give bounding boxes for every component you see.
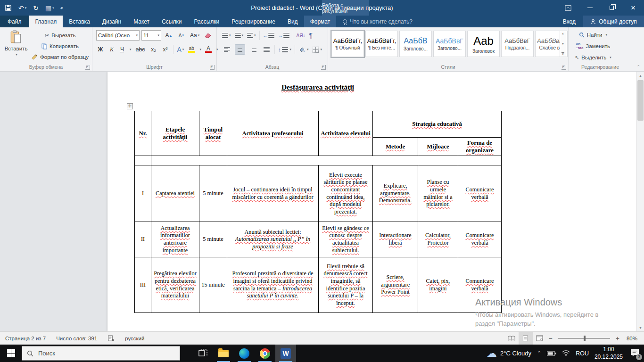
styles-scroll-up-icon[interactable]: ▲ (561, 32, 564, 35)
select-button[interactable]: ↖ Выделить▾ (574, 52, 612, 63)
start-button[interactable] (0, 345, 22, 362)
share-button[interactable]: Общий доступ (583, 16, 644, 27)
redo-icon[interactable]: ↻ (33, 4, 39, 12)
bold-button[interactable]: Ж (96, 44, 105, 55)
replace-button[interactable]: ab⇢ac Заменить (574, 41, 612, 51)
clipboard-dialog-launcher-icon[interactable]: ◢ (85, 65, 90, 70)
highlight-dropdown-arrow[interactable]: ▾ (199, 48, 201, 51)
clock[interactable]: 1:00 20.12.2025 (594, 346, 623, 361)
collapse-ribbon-icon[interactable]: ⌃ (636, 65, 640, 69)
scrollbar-thumb[interactable] (637, 80, 644, 121)
tab-view[interactable]: Вид (281, 16, 304, 27)
highlight-button[interactable]: ab (188, 44, 195, 55)
styles-dialog-launcher-icon[interactable]: ◢ (561, 65, 566, 70)
weather-widget[interactable]: ☁ 2°C Cloudy (487, 348, 531, 359)
cut-button[interactable]: ✂Вырезать (31, 30, 89, 41)
zoom-slider[interactable] (558, 338, 610, 339)
justify-button[interactable] (261, 44, 272, 55)
style-heading2[interactable]: АаБбВвГЗаголово... (433, 31, 466, 57)
style-normal[interactable]: АаБбВвГг,¶ Обычный (331, 31, 364, 57)
lesson-table[interactable]: Nr. Etapele activităţii Timpul alocat Ac… (134, 111, 502, 313)
bullets-button[interactable]: ▾ (222, 30, 231, 41)
notification-center-button[interactable]: 3 (630, 349, 639, 358)
sort-button[interactable]: АЯ↓ (296, 30, 306, 41)
superscript-button[interactable]: x² (161, 44, 170, 55)
multilevel-list-button[interactable]: ▾ (247, 30, 256, 41)
tell-me-box[interactable]: Что вы хотите сделать? (343, 16, 413, 27)
edge-button[interactable] (234, 345, 255, 362)
align-right-button[interactable] (248, 44, 258, 55)
shading-button[interactable]: ▾ (298, 44, 309, 55)
chrome-button[interactable] (255, 345, 275, 362)
save-icon[interactable] (5, 4, 12, 11)
tab-review[interactable]: Рецензирование (225, 16, 281, 27)
copy-button[interactable]: Копировать (31, 41, 89, 51)
align-center-button[interactable] (235, 44, 245, 55)
minimize-button[interactable] (579, 0, 601, 16)
print-layout-icon[interactable] (519, 332, 533, 345)
style-title[interactable]: AabЗаголовок (467, 31, 500, 57)
tab-layout[interactable]: Макет (127, 16, 156, 27)
numbering-button[interactable]: ▾ (234, 30, 244, 41)
strikethrough-button[interactable]: abc (135, 44, 146, 55)
proofing-status-icon[interactable] (102, 335, 120, 342)
paragraph-dialog-launcher-icon[interactable]: ◢ (321, 65, 326, 70)
zoom-level[interactable]: 80% (621, 336, 644, 341)
align-left-button[interactable] (222, 44, 232, 55)
tab-file[interactable]: Файл (0, 16, 29, 27)
paste-button[interactable]: Вставить ▾ (3, 30, 29, 61)
italic-button[interactable]: К (108, 44, 116, 55)
underline-button[interactable]: Ч (119, 44, 125, 55)
customize-qat-icon[interactable]: ▾̶ (61, 6, 63, 10)
show-marks-button[interactable]: ¶ (308, 30, 313, 41)
scroll-up-icon[interactable]: ▲ (636, 72, 644, 79)
language-indicator[interactable]: русский (120, 336, 149, 341)
undo-icon[interactable]: ↶▾ (18, 4, 26, 12)
style-subtitle[interactable]: АаБбВвГПодзагол... (501, 31, 534, 57)
change-case-button[interactable]: Aa▾ (189, 30, 201, 41)
task-view-button[interactable] (192, 345, 213, 362)
restore-button[interactable] (601, 0, 622, 16)
styles-gallery-expand-icon[interactable]: ▼ (561, 52, 564, 56)
tab-mailings[interactable]: Рассылки (188, 16, 225, 27)
find-button[interactable]: Найти▾ (574, 30, 612, 40)
taskbar-search-input[interactable]: Поиск (22, 346, 180, 361)
ribbon-display-options-icon[interactable] (557, 0, 579, 16)
wifi-icon[interactable] (562, 350, 570, 356)
hidden-icons-chevron[interactable]: ⌃ (537, 350, 541, 356)
tab-insert[interactable]: Вставка (63, 16, 96, 27)
zoom-in-button[interactable]: + (614, 335, 621, 342)
format-painter-button[interactable]: Формат по образцу (31, 52, 89, 62)
keyboard-language[interactable]: ROU (576, 350, 589, 357)
read-mode-icon[interactable] (504, 332, 519, 345)
zoom-out-button[interactable]: − (547, 335, 554, 342)
table-move-handle-icon[interactable]: ✛ (127, 103, 133, 109)
tab-format[interactable]: Формат (304, 16, 337, 27)
tab-home[interactable]: Главная (29, 16, 63, 27)
sign-in-button[interactable]: Вход (555, 18, 583, 25)
table-borders-icon[interactable]: ▦▾ (45, 4, 54, 12)
shrink-font-button[interactable]: А▼ (176, 30, 187, 41)
close-button[interactable]: × (622, 0, 644, 16)
font-family-select[interactable]: Calibri (Осно▾ (96, 30, 140, 41)
style-heading1[interactable]: АаБбВЗаголово... (399, 31, 432, 57)
web-layout-icon[interactable] (533, 332, 547, 345)
tab-design[interactable]: Дизайн (96, 16, 127, 27)
word-button[interactable]: W (275, 345, 296, 362)
battery-icon[interactable] (547, 351, 556, 356)
font-dialog-launcher-icon[interactable]: ◢ (210, 65, 215, 70)
text-effects-button[interactable]: А▾ (177, 44, 185, 55)
vertical-scrollbar[interactable]: ▲ ▼ (636, 72, 644, 331)
file-explorer-button[interactable] (213, 345, 234, 362)
styles-scroll-down-icon[interactable]: ▼ (561, 42, 564, 45)
page-indicator[interactable]: Страница 2 из 7 (0, 336, 51, 341)
line-spacing-button[interactable]: ↕▾ (278, 44, 292, 55)
decrease-indent-button[interactable]: ← (263, 30, 275, 41)
underline-dropdown-arrow[interactable]: ▾ (130, 48, 132, 51)
font-color-button[interactable]: А (205, 44, 212, 55)
clear-formatting-button[interactable] (203, 30, 213, 41)
word-count[interactable]: Число слов: 391 (51, 336, 102, 341)
tab-references[interactable]: Ссылки (156, 16, 188, 27)
font-size-select[interactable]: 11▾ (141, 30, 161, 41)
grow-font-button[interactable]: А▲ (163, 30, 174, 41)
